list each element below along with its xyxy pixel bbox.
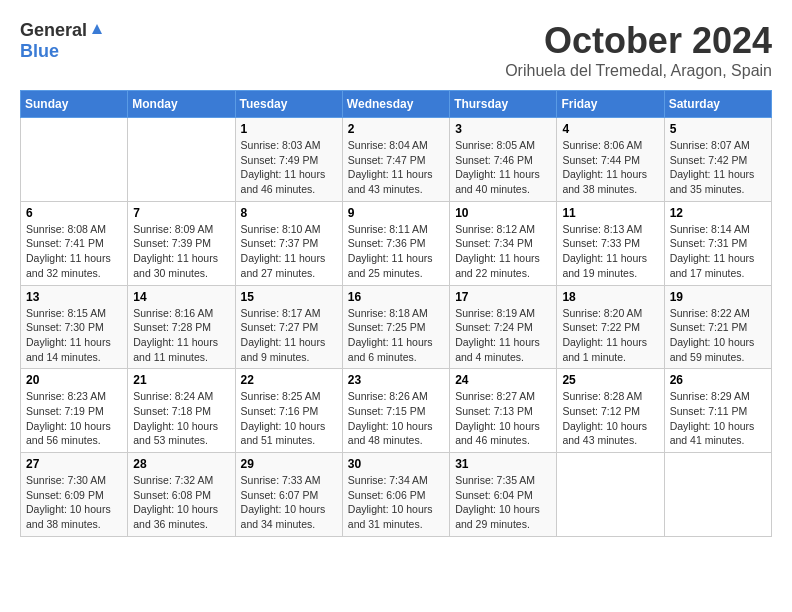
calendar-day-cell: 22Sunrise: 8:25 AM Sunset: 7:16 PM Dayli… xyxy=(235,369,342,453)
day-detail: Sunrise: 8:27 AM Sunset: 7:13 PM Dayligh… xyxy=(455,389,551,448)
day-detail: Sunrise: 8:15 AM Sunset: 7:30 PM Dayligh… xyxy=(26,306,122,365)
calendar-week-row: 1Sunrise: 8:03 AM Sunset: 7:49 PM Daylig… xyxy=(21,118,772,202)
logo-arrow-icon xyxy=(90,22,104,40)
calendar-day-cell xyxy=(557,453,664,537)
day-detail: Sunrise: 8:29 AM Sunset: 7:11 PM Dayligh… xyxy=(670,389,766,448)
calendar-day-cell: 8Sunrise: 8:10 AM Sunset: 7:37 PM Daylig… xyxy=(235,201,342,285)
day-detail: Sunrise: 8:07 AM Sunset: 7:42 PM Dayligh… xyxy=(670,138,766,197)
day-detail: Sunrise: 7:34 AM Sunset: 6:06 PM Dayligh… xyxy=(348,473,444,532)
day-number: 24 xyxy=(455,373,551,387)
day-detail: Sunrise: 8:08 AM Sunset: 7:41 PM Dayligh… xyxy=(26,222,122,281)
day-number: 2 xyxy=(348,122,444,136)
day-detail: Sunrise: 8:17 AM Sunset: 7:27 PM Dayligh… xyxy=(241,306,337,365)
day-number: 17 xyxy=(455,290,551,304)
logo-general-text: General xyxy=(20,20,87,41)
month-title: October 2024 xyxy=(505,20,772,62)
day-number: 7 xyxy=(133,206,229,220)
day-number: 15 xyxy=(241,290,337,304)
day-number: 6 xyxy=(26,206,122,220)
day-number: 8 xyxy=(241,206,337,220)
day-detail: Sunrise: 7:30 AM Sunset: 6:09 PM Dayligh… xyxy=(26,473,122,532)
day-detail: Sunrise: 8:19 AM Sunset: 7:24 PM Dayligh… xyxy=(455,306,551,365)
calendar-day-cell: 23Sunrise: 8:26 AM Sunset: 7:15 PM Dayli… xyxy=(342,369,449,453)
day-number: 31 xyxy=(455,457,551,471)
day-number: 9 xyxy=(348,206,444,220)
calendar-day-cell: 10Sunrise: 8:12 AM Sunset: 7:34 PM Dayli… xyxy=(450,201,557,285)
day-detail: Sunrise: 8:09 AM Sunset: 7:39 PM Dayligh… xyxy=(133,222,229,281)
day-detail: Sunrise: 8:16 AM Sunset: 7:28 PM Dayligh… xyxy=(133,306,229,365)
day-detail: Sunrise: 8:28 AM Sunset: 7:12 PM Dayligh… xyxy=(562,389,658,448)
day-of-week-header: Thursday xyxy=(450,91,557,118)
day-number: 23 xyxy=(348,373,444,387)
day-number: 30 xyxy=(348,457,444,471)
day-of-week-header: Saturday xyxy=(664,91,771,118)
calendar-day-cell: 26Sunrise: 8:29 AM Sunset: 7:11 PM Dayli… xyxy=(664,369,771,453)
calendar-day-cell: 31Sunrise: 7:35 AM Sunset: 6:04 PM Dayli… xyxy=(450,453,557,537)
day-of-week-header: Friday xyxy=(557,91,664,118)
location-title: Orihuela del Tremedal, Aragon, Spain xyxy=(505,62,772,80)
day-number: 3 xyxy=(455,122,551,136)
calendar-day-cell: 7Sunrise: 8:09 AM Sunset: 7:39 PM Daylig… xyxy=(128,201,235,285)
day-number: 21 xyxy=(133,373,229,387)
day-number: 22 xyxy=(241,373,337,387)
day-detail: Sunrise: 8:26 AM Sunset: 7:15 PM Dayligh… xyxy=(348,389,444,448)
day-detail: Sunrise: 8:04 AM Sunset: 7:47 PM Dayligh… xyxy=(348,138,444,197)
day-number: 14 xyxy=(133,290,229,304)
svg-marker-0 xyxy=(92,24,102,34)
day-number: 29 xyxy=(241,457,337,471)
day-number: 10 xyxy=(455,206,551,220)
calendar-week-row: 20Sunrise: 8:23 AM Sunset: 7:19 PM Dayli… xyxy=(21,369,772,453)
calendar-day-cell: 6Sunrise: 8:08 AM Sunset: 7:41 PM Daylig… xyxy=(21,201,128,285)
day-number: 18 xyxy=(562,290,658,304)
day-detail: Sunrise: 8:23 AM Sunset: 7:19 PM Dayligh… xyxy=(26,389,122,448)
calendar-day-cell: 9Sunrise: 8:11 AM Sunset: 7:36 PM Daylig… xyxy=(342,201,449,285)
calendar-day-cell: 29Sunrise: 7:33 AM Sunset: 6:07 PM Dayli… xyxy=(235,453,342,537)
calendar-week-row: 6Sunrise: 8:08 AM Sunset: 7:41 PM Daylig… xyxy=(21,201,772,285)
calendar-day-cell: 2Sunrise: 8:04 AM Sunset: 7:47 PM Daylig… xyxy=(342,118,449,202)
calendar-day-cell: 5Sunrise: 8:07 AM Sunset: 7:42 PM Daylig… xyxy=(664,118,771,202)
day-number: 4 xyxy=(562,122,658,136)
calendar-day-cell: 30Sunrise: 7:34 AM Sunset: 6:06 PM Dayli… xyxy=(342,453,449,537)
calendar-day-cell: 4Sunrise: 8:06 AM Sunset: 7:44 PM Daylig… xyxy=(557,118,664,202)
calendar-day-cell: 25Sunrise: 8:28 AM Sunset: 7:12 PM Dayli… xyxy=(557,369,664,453)
page-header: General Blue October 2024 Orihuela del T… xyxy=(20,20,772,80)
calendar-day-cell: 13Sunrise: 8:15 AM Sunset: 7:30 PM Dayli… xyxy=(21,285,128,369)
calendar-day-cell: 16Sunrise: 8:18 AM Sunset: 7:25 PM Dayli… xyxy=(342,285,449,369)
day-detail: Sunrise: 8:05 AM Sunset: 7:46 PM Dayligh… xyxy=(455,138,551,197)
calendar-day-cell: 19Sunrise: 8:22 AM Sunset: 7:21 PM Dayli… xyxy=(664,285,771,369)
day-number: 13 xyxy=(26,290,122,304)
day-of-week-header: Sunday xyxy=(21,91,128,118)
day-number: 28 xyxy=(133,457,229,471)
day-detail: Sunrise: 8:11 AM Sunset: 7:36 PM Dayligh… xyxy=(348,222,444,281)
calendar-day-cell: 17Sunrise: 8:19 AM Sunset: 7:24 PM Dayli… xyxy=(450,285,557,369)
calendar-day-cell: 14Sunrise: 8:16 AM Sunset: 7:28 PM Dayli… xyxy=(128,285,235,369)
day-detail: Sunrise: 8:03 AM Sunset: 7:49 PM Dayligh… xyxy=(241,138,337,197)
calendar-day-cell: 3Sunrise: 8:05 AM Sunset: 7:46 PM Daylig… xyxy=(450,118,557,202)
day-of-week-header: Tuesday xyxy=(235,91,342,118)
calendar-week-row: 13Sunrise: 8:15 AM Sunset: 7:30 PM Dayli… xyxy=(21,285,772,369)
day-detail: Sunrise: 8:13 AM Sunset: 7:33 PM Dayligh… xyxy=(562,222,658,281)
day-number: 20 xyxy=(26,373,122,387)
logo-blue-text: Blue xyxy=(20,41,59,61)
calendar-day-cell: 27Sunrise: 7:30 AM Sunset: 6:09 PM Dayli… xyxy=(21,453,128,537)
calendar-day-cell xyxy=(664,453,771,537)
day-detail: Sunrise: 8:10 AM Sunset: 7:37 PM Dayligh… xyxy=(241,222,337,281)
calendar-day-cell xyxy=(128,118,235,202)
day-detail: Sunrise: 8:22 AM Sunset: 7:21 PM Dayligh… xyxy=(670,306,766,365)
calendar-day-cell: 24Sunrise: 8:27 AM Sunset: 7:13 PM Dayli… xyxy=(450,369,557,453)
day-detail: Sunrise: 8:24 AM Sunset: 7:18 PM Dayligh… xyxy=(133,389,229,448)
day-number: 5 xyxy=(670,122,766,136)
calendar-week-row: 27Sunrise: 7:30 AM Sunset: 6:09 PM Dayli… xyxy=(21,453,772,537)
calendar-day-cell: 28Sunrise: 7:32 AM Sunset: 6:08 PM Dayli… xyxy=(128,453,235,537)
day-number: 12 xyxy=(670,206,766,220)
calendar-day-cell: 21Sunrise: 8:24 AM Sunset: 7:18 PM Dayli… xyxy=(128,369,235,453)
day-number: 27 xyxy=(26,457,122,471)
calendar-day-cell: 20Sunrise: 8:23 AM Sunset: 7:19 PM Dayli… xyxy=(21,369,128,453)
day-detail: Sunrise: 7:35 AM Sunset: 6:04 PM Dayligh… xyxy=(455,473,551,532)
day-detail: Sunrise: 8:20 AM Sunset: 7:22 PM Dayligh… xyxy=(562,306,658,365)
day-detail: Sunrise: 8:12 AM Sunset: 7:34 PM Dayligh… xyxy=(455,222,551,281)
calendar-day-cell: 11Sunrise: 8:13 AM Sunset: 7:33 PM Dayli… xyxy=(557,201,664,285)
calendar-day-cell: 1Sunrise: 8:03 AM Sunset: 7:49 PM Daylig… xyxy=(235,118,342,202)
day-number: 11 xyxy=(562,206,658,220)
day-number: 1 xyxy=(241,122,337,136)
